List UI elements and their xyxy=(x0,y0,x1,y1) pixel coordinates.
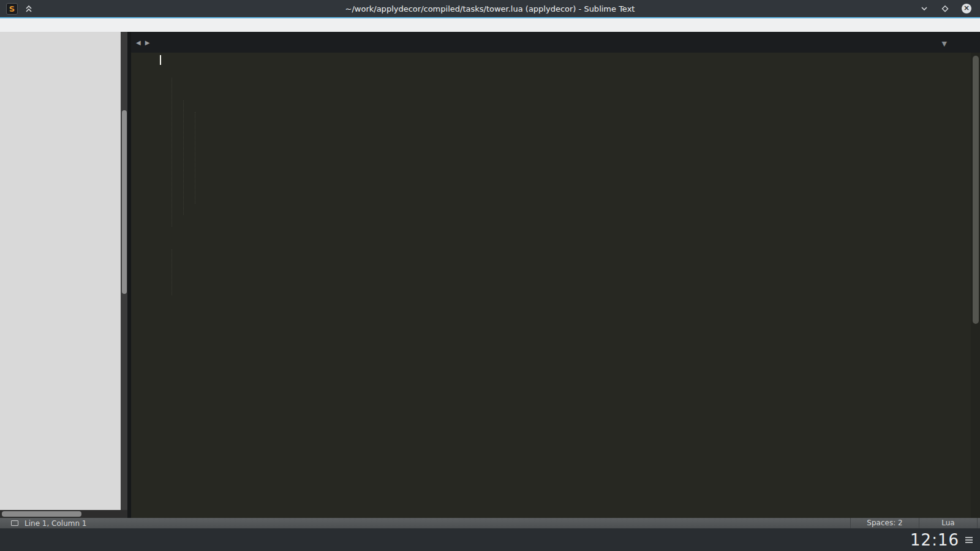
indent-guide xyxy=(183,100,184,215)
cursor-position: Line 1, Column 1 xyxy=(24,519,87,528)
titlebar: S ~/work/applydecor/compiled/tasks/tower… xyxy=(0,0,980,17)
clock[interactable]: 12:16 xyxy=(910,531,959,549)
indent-guide xyxy=(172,78,172,227)
window-title: ~/work/applydecor/compiled/tasks/tower.l… xyxy=(0,4,980,13)
tab-overflow-icon[interactable]: ▼ xyxy=(942,40,980,53)
tab-bar: ◀ ▶ ▼ xyxy=(131,32,980,53)
taskbar-panel: 12:16 xyxy=(0,528,980,551)
sidebar-hscrollbar-track[interactable] xyxy=(0,510,127,518)
panel-menu-icon[interactable] xyxy=(964,535,974,545)
maximize-button[interactable] xyxy=(941,4,949,13)
indent-guide xyxy=(195,112,195,204)
sidebar-hscrollbar-thumb[interactable] xyxy=(2,511,81,517)
code-editor[interactable] xyxy=(131,53,980,518)
text-caret xyxy=(160,55,161,65)
sidebar-vscrollbar-track[interactable] xyxy=(121,32,127,510)
status-bar: Line 1, Column 1 Spaces: 2 Lua xyxy=(0,518,980,528)
indent-guide xyxy=(172,249,172,295)
sidebar-vscrollbar-thumb[interactable] xyxy=(122,110,127,294)
tab-scroll-right-icon[interactable]: ▶ xyxy=(145,39,150,46)
close-button[interactable]: × xyxy=(962,4,971,13)
minimize-button[interactable] xyxy=(920,4,929,13)
editor-scrollbar-thumb[interactable] xyxy=(973,56,979,324)
tab-scroll-left-icon[interactable]: ◀ xyxy=(136,39,141,46)
status-record-icon xyxy=(11,520,18,526)
menu-bar xyxy=(0,18,980,32)
editor-scrollbar-track[interactable] xyxy=(971,53,980,518)
syntax-setting[interactable]: Lua xyxy=(919,518,978,528)
sidebar-file-tree xyxy=(0,32,127,518)
indent-setting[interactable]: Spaces: 2 xyxy=(850,518,919,528)
